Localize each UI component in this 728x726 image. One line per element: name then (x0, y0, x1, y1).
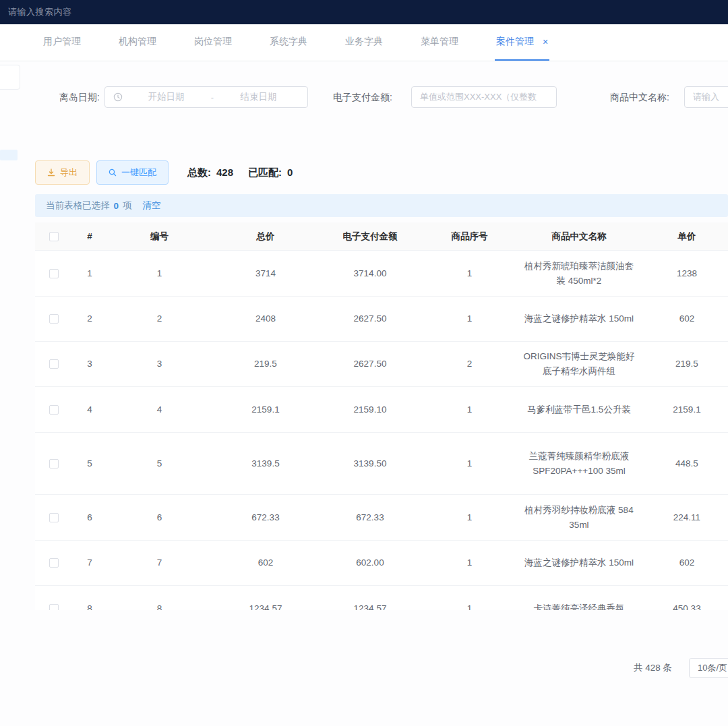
end-date-input[interactable]: 结束日期 (218, 91, 299, 103)
row-checkbox[interactable] (49, 513, 59, 522)
tab-机构管理[interactable]: 机构管理 (117, 24, 158, 61)
cell-code: 3 (107, 350, 212, 378)
cell-total: 3139.5 (212, 450, 320, 478)
cell-unit-price: 602 (640, 305, 728, 333)
cell-seq: 2 (421, 350, 518, 378)
col-header-seq: 商品序号 (421, 222, 518, 251)
col-header-total: 总价 (212, 222, 320, 251)
table-row: 5 5 3139.5 3139.50 1 兰蔻菁纯臻颜精华粉底液SPF20PA+… (35, 433, 728, 495)
tab-系统字典[interactable]: 系统字典 (268, 24, 309, 61)
tab-菜单管理[interactable]: 菜单管理 (419, 24, 460, 61)
col-header-name: 商品中文名称 (518, 222, 640, 251)
amount-input[interactable]: 单值或范围XXX-XXX（仅整数 (411, 86, 557, 108)
row-checkbox[interactable] (49, 459, 59, 468)
cell-seq: 1 (421, 450, 518, 478)
col-header-unit: 单价 (640, 222, 728, 251)
table-row: 4 4 2159.1 2159.10 1 马爹利蓝带干邑1.5公升装 2159.… (35, 387, 728, 433)
tab-岗位管理[interactable]: 岗位管理 (193, 24, 233, 61)
tab-业务字典[interactable]: 业务字典 (344, 24, 384, 61)
table-row: 8 8 1234.57 1234.57 1 卡诗菁纯亮泽经典香氛 450.33 (35, 586, 728, 610)
cell-total: 672.33 (212, 504, 320, 532)
cell-unit-price: 2159.1 (640, 396, 728, 424)
cell-product-name: 海蓝之谜修护精萃水 150ml (518, 305, 640, 333)
cell-index: 1 (72, 260, 107, 288)
selection-fragment (0, 150, 18, 160)
cell-unit-price: 1238 (640, 260, 728, 288)
matched-value: 0 (287, 167, 293, 179)
cell-unit-price: 602 (640, 549, 728, 577)
total-label: 总数: (187, 167, 211, 179)
cell-code: 4 (107, 396, 212, 424)
start-date-input[interactable]: 开始日期 (125, 91, 207, 103)
download-icon (47, 169, 55, 177)
cell-index: 8 (72, 595, 107, 611)
row-checkbox-cell (35, 551, 72, 574)
row-checkbox-cell (35, 506, 72, 529)
tab-label: 案件管理 (496, 36, 534, 48)
cell-seq: 1 (421, 595, 518, 611)
cell-seq: 1 (421, 305, 518, 333)
cell-index: 5 (72, 450, 107, 478)
cell-code: 1 (107, 260, 212, 288)
cell-seq: 1 (421, 396, 518, 424)
tab-label: 岗位管理 (194, 36, 232, 48)
one-click-match-button[interactable]: 一键匹配 (96, 160, 169, 185)
row-checkbox-cell (35, 307, 72, 330)
table-row: 2 2 2408 2627.50 1 海蓝之谜修护精萃水 150ml 602 (35, 297, 728, 342)
export-button-label: 导出 (60, 167, 78, 179)
cell-total: 3714 (212, 260, 320, 288)
tab-label: 菜单管理 (421, 36, 458, 48)
cell-total: 1234.57 (212, 595, 320, 611)
search-icon (109, 169, 117, 177)
selection-info-bar: 当前表格已选择 0 项 清空 (35, 194, 728, 217)
matched-label: 已匹配: (248, 167, 282, 179)
row-checkbox[interactable] (49, 314, 59, 324)
cell-epay: 3714.00 (320, 260, 421, 288)
product-name-input[interactable]: 请输入 (684, 86, 728, 108)
tab-bar: 用户管理 机构管理 岗位管理 系统字典 业务字典 菜单管理 案件管理 × (0, 24, 728, 61)
tab-案件管理[interactable]: 案件管理 × (495, 24, 549, 61)
amount-placeholder: 单值或范围XXX-XXX（仅整数 (420, 91, 537, 103)
row-checkbox[interactable] (49, 269, 59, 278)
cell-epay: 672.33 (320, 504, 421, 532)
row-checkbox[interactable] (49, 604, 59, 611)
tab-close-icon[interactable]: × (543, 37, 548, 47)
cell-product-name: ORIGINS韦博士灵芝焕能好底子精华水两件组 (518, 342, 640, 386)
date-separator: - (207, 92, 218, 102)
col-header-index: # (72, 222, 107, 251)
row-checkbox[interactable] (49, 558, 59, 568)
amount-filter-label: 电子支付金额: (333, 86, 392, 108)
cell-product-name: 植村秀新琥珀臻萃洁颜油套装 450ml*2 (518, 252, 640, 295)
cell-index: 4 (72, 396, 107, 424)
cell-seq: 1 (421, 504, 518, 532)
product-placeholder: 请输入 (693, 91, 719, 103)
clock-icon (113, 92, 123, 102)
product-filter-label: 商品中文名称: (610, 86, 669, 108)
date-range-input[interactable]: 开始日期 - 结束日期 (104, 86, 308, 108)
cell-epay: 2627.50 (320, 350, 421, 378)
row-checkbox-cell (35, 353, 72, 375)
table-row: 3 3 219.5 2627.50 2 ORIGINS韦博士灵芝焕能好底子精华水… (35, 342, 728, 387)
clear-selection-link[interactable]: 清空 (143, 200, 161, 212)
cell-index: 6 (72, 504, 107, 532)
col-header-epay: 电子支付金额 (320, 222, 421, 251)
page-size-select[interactable]: 10条/页 (689, 658, 728, 678)
row-checkbox[interactable] (49, 359, 59, 369)
tab-用户管理[interactable]: 用户管理 (42, 24, 82, 61)
export-button[interactable]: 导出 (35, 160, 90, 185)
cell-index: 3 (72, 350, 107, 378)
cell-unit-price: 219.5 (640, 350, 728, 378)
cell-seq: 1 (421, 549, 518, 577)
cell-index: 2 (72, 305, 107, 333)
select-all-checkbox[interactable] (49, 232, 59, 241)
row-checkbox[interactable] (49, 405, 59, 415)
cell-total: 602 (212, 549, 320, 577)
global-search-input[interactable]: 请输入搜索内容 (8, 6, 72, 18)
cell-code: 7 (107, 549, 212, 577)
cell-unit-price: 450.33 (640, 595, 728, 611)
table-row: 7 7 602 602.00 1 海蓝之谜修护精萃水 150ml 602 (35, 541, 728, 586)
tab-label: 用户管理 (43, 36, 81, 48)
table-row: 1 1 3714 3714.00 1 植村秀新琥珀臻萃洁颜油套装 450ml*2… (35, 251, 728, 297)
date-filter-label: 离岛日期: (59, 86, 100, 108)
cell-unit-price: 224.11 (640, 504, 728, 532)
